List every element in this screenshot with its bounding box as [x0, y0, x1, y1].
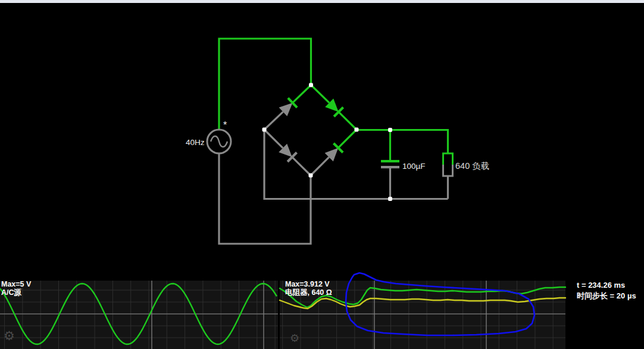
- diode-bridge: [264, 85, 357, 175]
- source-frequency-label: 40Hz: [186, 138, 205, 147]
- load-resistor[interactable]: [443, 153, 453, 176]
- wire-source-top[interactable]: [219, 39, 311, 130]
- scope-middle-max: Max=3.912 V: [285, 280, 332, 288]
- sim-timestep: 时间步长 = 20 µs: [577, 291, 636, 301]
- scope-middle-labels: Max=3.912 V 电阻器, 640 Ω: [285, 280, 332, 297]
- wires-neutral: [219, 130, 448, 244]
- circuit-simulator-window: 40Hz * 100µF 640 负载 Max=5 V A/C源 Max=3.9…: [0, 0, 644, 349]
- diode-top-left[interactable]: [264, 85, 311, 130]
- scope-middle-settings-gear-icon[interactable]: ⚙: [290, 332, 299, 345]
- scope-left-name: A/C源: [1, 288, 31, 297]
- diode-top-right[interactable]: [311, 85, 357, 130]
- scope-left-panel[interactable]: [0, 281, 278, 349]
- ac-source[interactable]: [207, 130, 231, 153]
- source-marker: *: [223, 120, 227, 131]
- scope-left-labels: Max=5 V A/C源: [1, 280, 31, 297]
- scope-middle-name: 电阻器, 640 Ω: [285, 288, 332, 297]
- diode-bottom-right[interactable]: [311, 130, 357, 175]
- sim-time: t = 234.26 ms: [577, 280, 636, 291]
- load-value-label: 640 负载: [455, 161, 489, 172]
- diode-bottom-left[interactable]: [264, 130, 311, 175]
- capacitor[interactable]: [381, 160, 399, 168]
- wire-output[interactable]: [357, 130, 448, 154]
- capacitor-value-label: 100µF: [402, 162, 426, 171]
- scope-left-settings-gear-icon[interactable]: ⚙: [4, 329, 15, 343]
- scope-left-max: Max=5 V: [1, 280, 31, 288]
- time-info-panel: t = 234.26 ms 时间步长 = 20 µs: [577, 280, 636, 301]
